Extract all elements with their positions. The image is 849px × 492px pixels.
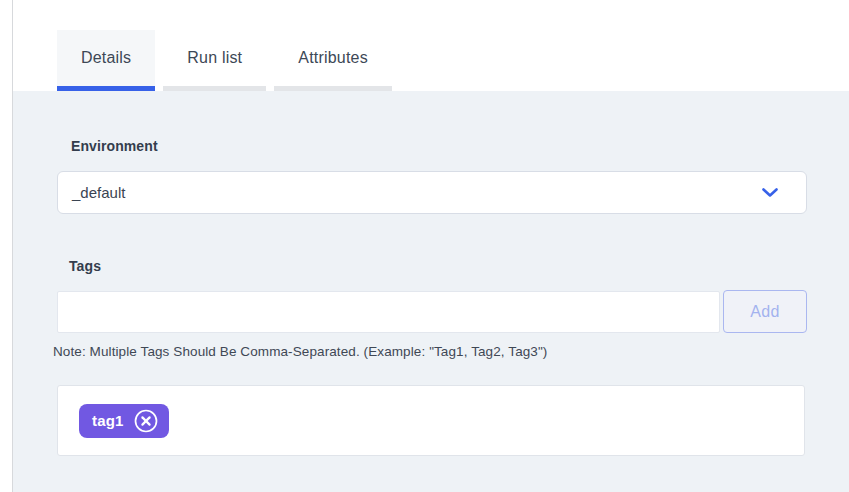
remove-tag-button[interactable] — [133, 408, 159, 434]
tab-details[interactable]: Details — [57, 30, 155, 91]
environment-select[interactable]: _default — [57, 171, 807, 214]
tag-chip-label: tag1 — [92, 412, 124, 429]
tab-bar: Details Run list Attributes — [57, 30, 392, 91]
details-panel: Environment _default Tags Add Note: Mult… — [13, 91, 849, 492]
environment-label: Environment — [71, 138, 158, 154]
tags-input[interactable] — [57, 291, 720, 333]
tab-details-label: Details — [81, 49, 131, 67]
tag-chip: tag1 — [79, 404, 169, 438]
chevron-down-icon — [762, 188, 778, 198]
tab-run-list[interactable]: Run list — [163, 30, 266, 91]
tab-attributes[interactable]: Attributes — [274, 30, 392, 91]
tags-settings-screen: Details Run list Attributes Environment … — [0, 0, 849, 492]
add-tag-button[interactable]: Add — [723, 290, 807, 333]
tab-run-list-label: Run list — [187, 49, 242, 67]
tab-attributes-label: Attributes — [298, 49, 368, 67]
tags-label: Tags — [69, 258, 101, 274]
circle-x-icon — [133, 408, 159, 434]
tags-note: Note: Multiple Tags Should Be Comma-Sepa… — [53, 344, 547, 359]
tags-list: tag1 — [57, 385, 805, 456]
environment-selected-value: _default — [72, 184, 762, 201]
